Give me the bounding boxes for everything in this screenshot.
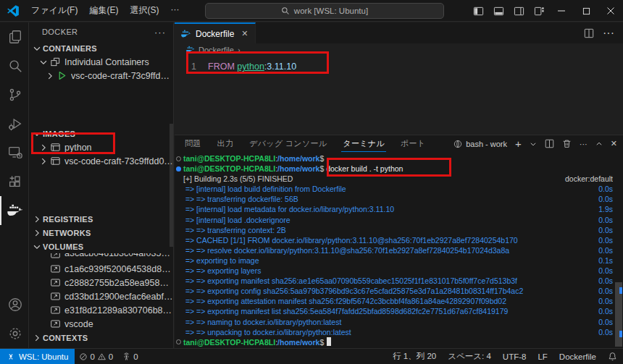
search-icon[interactable] xyxy=(0,51,28,80)
build-step-text: => => naming to docker.io/library/python… xyxy=(183,317,341,327)
terminal[interactable]: tani@DESKTOP-HCPA8LI:/home/work$ tani@DE… xyxy=(175,152,613,348)
section-networks[interactable]: NETWORKS xyxy=(29,226,173,240)
section-volumes[interactable]: VOLUMES xyxy=(29,240,173,253)
menu-more[interactable]: ··· xyxy=(164,2,185,19)
ports-status[interactable]: 0 xyxy=(117,349,142,364)
tree-item-e31f8d21289a830706b85df07c[interactable]: e31f8d21289a830706b85df07c... xyxy=(29,303,173,317)
token-image-link[interactable]: python xyxy=(237,62,264,72)
line-fill xyxy=(259,255,598,266)
terminal-output-line: => [internal] load metadata for docker.i… xyxy=(183,204,613,214)
section-images[interactable]: IMAGES xyxy=(29,127,173,140)
image-icon xyxy=(49,142,61,153)
chevron-down-icon xyxy=(31,43,43,54)
split-terminal-icon[interactable] xyxy=(545,139,554,148)
line-number: 1 xyxy=(175,62,196,72)
panel-tab-ports[interactable]: ポート xyxy=(399,136,427,152)
toggle-secondary-sidebar-icon[interactable] xyxy=(509,0,529,22)
step-duration: 0.0s xyxy=(598,327,613,337)
panel-tab-problems[interactable]: 問題 xyxy=(183,136,203,152)
chevron-right-icon xyxy=(31,332,43,344)
status-language-mode[interactable]: Dockerfile xyxy=(553,349,602,364)
step-duration: 0.0s xyxy=(598,266,613,276)
sidebar-header: DOCKER ··· xyxy=(29,22,173,41)
chevron-right-icon xyxy=(31,227,43,239)
prompt-user-host: tani@DESKTOP-HCPA8LI xyxy=(183,337,275,347)
terminal-output-line: => [internal] load .dockerignore0.0s xyxy=(183,215,613,225)
build-step-text: => [internal] load build definition from… xyxy=(183,184,346,194)
remote-indicator[interactable]: WSL: Ubuntu xyxy=(0,349,75,364)
builder-name: docker:default xyxy=(565,174,613,184)
explorer-icon[interactable] xyxy=(0,22,28,51)
section-registries[interactable]: REGISTRIES xyxy=(29,212,173,226)
chevron-right-icon xyxy=(38,156,49,167)
prompt-user-host: tani@DESKTOP-HCPA8LI xyxy=(183,164,275,174)
tree-item-c28882755b2a58ea958d418ed9[interactable]: c28882755b2a58ea958d418ed9... xyxy=(29,276,173,289)
menu-selection[interactable]: 選択(S) xyxy=(124,2,164,19)
section-containers[interactable]: CONTAINERS xyxy=(29,41,173,55)
source-control-icon[interactable] xyxy=(0,80,28,109)
terminal-prompt-line: tani@DESKTOP-HCPA8LI:/home/work$ xyxy=(183,153,613,164)
section-contexts[interactable]: CONTEXTS xyxy=(29,331,173,344)
tab-close-icon[interactable]: ✕ xyxy=(241,29,248,38)
tree-item-c1a6c939f520064538d8c03a67[interactable]: c1a6c939f520064538d8c03a67... xyxy=(29,262,173,276)
line-fill xyxy=(261,266,598,276)
panel-header: 問題出力デバッグ コンソールターミナルポート bash - work + ···… xyxy=(175,135,623,152)
minimize-button[interactable] xyxy=(549,0,574,22)
terminal-instance[interactable]: bash - work xyxy=(453,140,507,148)
status-bar-right: 行 1、列 20スペース: 4UTF-8LFDockerfile xyxy=(387,349,623,364)
tree-item-vsc-code-craft-73c9ffdd06[interactable]: vsc-code-craft-73c9ffdd06... xyxy=(29,69,173,82)
tree-item-vsc-code-craft-73c9ffdd06d[interactable]: vsc-code-craft-73c9ffdd06d... xyxy=(29,154,173,168)
terminal-output-line: => [internal] load build definition from… xyxy=(183,184,613,194)
tab-dockerfile[interactable]: Dockerfile ✕ xyxy=(175,22,256,43)
docker-icon[interactable] xyxy=(0,196,28,225)
close-panel-icon[interactable]: ✕ xyxy=(611,139,617,148)
tree-label: CONTEXTS xyxy=(43,334,88,342)
sidebar-scrollbar[interactable] xyxy=(170,124,173,247)
terminal-prompt-line: tani@DESKTOP-HCPA8LI:/home/work$ xyxy=(183,337,613,347)
terminal-scrollbar[interactable] xyxy=(615,152,622,348)
status-cursor-position[interactable]: 行 1、列 20 xyxy=(387,349,442,364)
panel-tab-debug-console[interactable]: デバッグ コンソール xyxy=(248,136,328,152)
menu-edit[interactable]: 編集(E) xyxy=(83,2,124,19)
close-button[interactable] xyxy=(598,0,623,22)
breadcrumb[interactable]: Dockerfile › xyxy=(175,43,623,56)
status-indentation[interactable]: スペース: 4 xyxy=(442,349,497,364)
extensions-icon[interactable] xyxy=(0,167,28,196)
terminal-instance-label: bash - work xyxy=(466,140,507,148)
accounts-icon[interactable] xyxy=(0,290,28,319)
tree-label: NETWORKS xyxy=(43,229,91,237)
split-editor-icon[interactable] xyxy=(584,28,594,38)
maximize-button[interactable] xyxy=(574,0,598,22)
new-terminal-icon[interactable]: + xyxy=(515,137,522,150)
tree-item-individual-containers[interactable]: Individual Containers xyxy=(29,55,173,69)
notifications-bell[interactable] xyxy=(602,349,623,364)
terminal-dropdown-icon[interactable] xyxy=(530,140,537,148)
panel-more-actions-icon[interactable]: ··· xyxy=(580,140,588,148)
sidebar-more-actions-icon[interactable]: ··· xyxy=(154,27,166,38)
command-center[interactable]: work [WSL: Ubuntu] xyxy=(205,3,444,19)
terminal-output-line: => => resolve docker.io/library/python:3… xyxy=(183,245,613,255)
code-area[interactable]: 1 FROM python:3.11.10 xyxy=(175,56,623,74)
tree-item-cd33bd12900ecfac6eabf517a10[interactable]: cd33bd12900ecfac6eabf517a10... xyxy=(29,289,173,303)
problems-status[interactable]: 0 0 xyxy=(75,349,117,364)
maximize-panel-icon[interactable] xyxy=(595,140,603,148)
menu-file[interactable]: ファイル(F) xyxy=(25,2,83,19)
tree-item-python[interactable]: python xyxy=(29,140,173,154)
status-encoding[interactable]: UTF-8 xyxy=(497,349,532,364)
customize-layout-icon[interactable] xyxy=(529,0,549,22)
status-eol[interactable]: LF xyxy=(532,349,553,364)
editor-pane: Dockerfile ✕ ··· Dockerfile › 1 FROM pyt… xyxy=(175,22,623,135)
tree-item-a3cacb0461b3c04af035eeacc0e[interactable]: a3cacb0461b3c04af035eeacc0e... xyxy=(29,253,173,262)
toggle-primary-sidebar-icon[interactable] xyxy=(468,0,488,22)
settings-icon[interactable] xyxy=(0,319,28,348)
run-debug-icon[interactable] xyxy=(0,109,28,138)
token-from: FROM xyxy=(208,62,235,72)
kill-terminal-icon[interactable] xyxy=(562,139,572,148)
tree-item-vscode[interactable]: vscode xyxy=(29,317,173,331)
panel-tab-output[interactable]: 出力 xyxy=(216,136,235,152)
panel-tab-terminal[interactable]: ターミナル xyxy=(341,136,386,152)
remote-explorer-icon[interactable] xyxy=(0,138,28,167)
editor-more-actions-icon[interactable]: ··· xyxy=(603,27,614,40)
build-step-text: => => exporting layers xyxy=(183,266,261,276)
toggle-panel-icon[interactable] xyxy=(488,0,509,22)
